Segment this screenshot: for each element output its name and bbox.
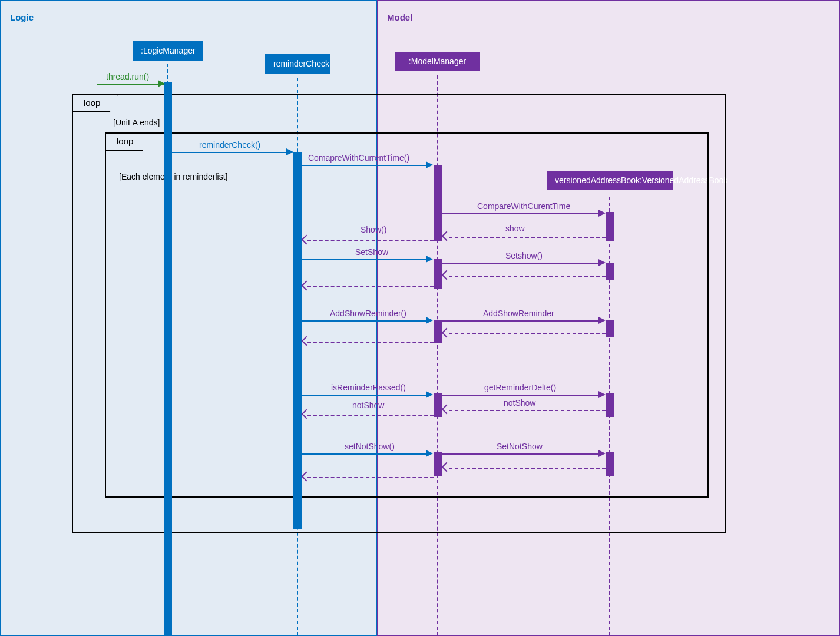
addshow-arrow: [302, 320, 430, 322]
compare-time2-head: [598, 210, 606, 217]
addshow-head: [426, 317, 433, 324]
isreminder-arrow: [302, 395, 430, 396]
model-manager-box: :ModelManager: [395, 52, 480, 71]
setnotshow2-arrow: [442, 453, 602, 455]
vab-activation-4: [606, 393, 614, 417]
inner-loop-tab: loop: [105, 132, 151, 151]
setnotshow2-head: [598, 450, 606, 457]
compare-time-label: ComapreWithCurrentTime(): [308, 153, 409, 163]
inner-loop-frame: loop: [105, 132, 709, 498]
setnotshow-head: [426, 450, 433, 457]
setshow-label: SetShow: [355, 247, 388, 257]
setnotshow-ret2-arrow: [307, 477, 434, 478]
model-manager-activation-3: [434, 320, 442, 343]
compare-time2-label: CompareWithCurentTime: [477, 201, 570, 211]
model-label: Model: [387, 12, 412, 22]
thread-run-head: [158, 80, 165, 87]
model-manager-activation-1: [434, 165, 442, 241]
show-return-label: show: [505, 224, 525, 233]
compare-time-head: [426, 161, 433, 168]
reminder-check-label: reminderCheck(): [199, 140, 260, 150]
vab-activation-5: [606, 452, 614, 476]
model-manager-activation-5: [434, 452, 442, 476]
getdelete-label: getReminderDelte(): [484, 383, 556, 392]
outer-loop-tab: loop: [72, 94, 118, 112]
getdelete-arrow: [442, 395, 602, 396]
compare-time2-arrow: [442, 213, 602, 214]
setshow-ret2-arrow: [307, 286, 434, 287]
setshow-arrow: [302, 259, 430, 260]
vab-activation-2: [606, 263, 614, 280]
sequence-diagram: Logic Model :LogicManager reminderCheck …: [0, 0, 840, 636]
notshow2-arrow: [307, 415, 434, 416]
logic-manager-box: :LogicManager: [133, 41, 203, 61]
setshow2-label: Setshow(): [505, 251, 543, 260]
vab-activation-3: [606, 320, 614, 337]
reminder-check-arrow: [172, 152, 290, 153]
compare-time-arrow: [302, 165, 430, 166]
reminder-check-box: reminderCheck: [265, 54, 330, 74]
thread-run-label: thread.run(): [106, 72, 149, 81]
setshow2-arrow: [442, 263, 602, 264]
logic-manager-activation: [164, 82, 172, 636]
addshow2-arrow: [442, 320, 602, 322]
setnotshow2-label: SetNotShow: [497, 442, 543, 451]
setnotshow-ret-arrow: [449, 468, 606, 469]
model-manager-activation-4: [434, 393, 442, 417]
setshow-ret-arrow: [449, 276, 606, 277]
setshow2-head: [598, 259, 606, 266]
notshow-arrow: [449, 410, 606, 411]
reminder-check-activation: [293, 152, 302, 529]
vab-activation-1: [606, 212, 614, 241]
setshow-head: [426, 256, 433, 263]
model-manager-activation-2: [434, 259, 442, 289]
show-arrow: [307, 240, 434, 241]
addshow-label: AddShowReminder(): [330, 309, 406, 318]
inner-loop-condition: [Each element in reminderlist]: [119, 172, 227, 181]
addshow-ret-arrow: [449, 333, 606, 334]
addshow-ret2-arrow: [307, 342, 434, 343]
getdelete-head: [598, 391, 606, 398]
addshow2-label: AddShowReminder: [483, 309, 554, 318]
setnotshow-arrow: [302, 453, 430, 455]
show-label: Show(): [361, 225, 386, 234]
show-return-arrow: [449, 237, 606, 238]
outer-loop-condition: [UniLA ends]: [113, 118, 160, 127]
logic-label: Logic: [10, 12, 34, 22]
setnotshow-label: setNotShow(): [345, 442, 395, 451]
notshow2-label: notShow: [352, 400, 384, 410]
reminder-check-head: [286, 148, 293, 155]
addshow2-head: [598, 317, 606, 324]
isreminder-head: [426, 391, 433, 398]
thread-run-arrow: [97, 84, 164, 85]
notshow-label: notShow: [504, 398, 535, 408]
isreminder-label: isReminderPassed(): [331, 383, 406, 392]
